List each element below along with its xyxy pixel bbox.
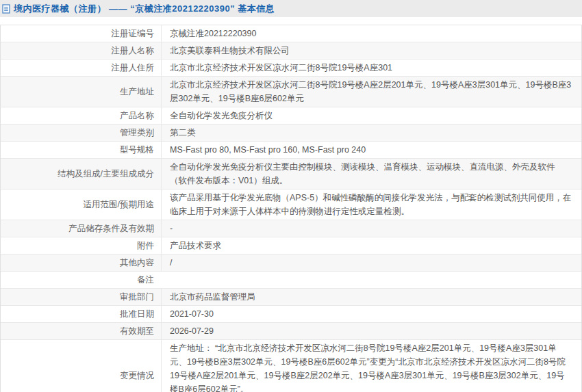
row-label: 其他内容 <box>1 254 161 271</box>
spacer <box>0 17 582 25</box>
row-label: 备注 <box>1 272 161 288</box>
row-value: 全自动化学发光免疫分析仪主要由控制模块、测读模块、温育模块、运动模块、直流电源、… <box>161 159 581 189</box>
table-row-approval-department: 审批部门 北京市药品监督管理局 <box>1 288 581 305</box>
row-value: 北京美联泰科生物技术有限公司 <box>161 42 581 59</box>
table-row-registration-number: 注册证编号 京械注准20212220390 <box>1 25 581 42</box>
table-row-production-address: 生产地址 北京市北京经济技术开发区凉水河二街8号院19号楼A座2层201单元、1… <box>1 76 581 107</box>
table-row-attachment: 附件 产品技术要求 <box>1 237 581 254</box>
row-value: 全自动化学发光免疫分析仪 <box>161 107 581 124</box>
row-label: 注册人名称 <box>1 42 161 59</box>
table-row-remarks: 备注 <box>1 271 581 288</box>
row-value: 该产品采用基于化学发光底物（APS-5）和碱性磷酸酶的间接化学发光法，与配套的检… <box>161 190 581 220</box>
table-row-model-spec: 型号规格 MS-Fast pro 80, MS-Fast pro 160, MS… <box>1 141 581 158</box>
row-value: 产品技术要求 <box>161 237 581 254</box>
row-value: - <box>161 220 581 237</box>
row-label: 注册人住所 <box>1 60 161 76</box>
row-value: / <box>161 254 581 271</box>
row-value: MS-Fast pro 80, MS-Fast pro 160, MS-Fast… <box>161 142 581 158</box>
table-row-management-class: 管理类别 第二类 <box>1 124 581 141</box>
table-row-intended-use: 适用范围/预期用途 该产品采用基于化学发光底物（APS-5）和碱性磷酸酶的间接化… <box>1 189 581 220</box>
row-label: 注册证编号 <box>1 25 161 42</box>
page-title-bar: 境内医疗器械（注册） —— “京械注准20212220390” 基本信息 <box>0 0 582 17</box>
row-label: 变更情况 <box>1 340 161 392</box>
row-label: 产品储存条件及有效期 <box>1 220 161 237</box>
row-value: 第二类 <box>161 125 581 141</box>
row-label: 附件 <box>1 237 161 254</box>
row-label: 管理类别 <box>1 125 161 141</box>
row-label: 生产地址 <box>1 77 161 107</box>
row-value: 生产地址： “北京市北京经济技术开发区凉水河二街8号院19号楼A座2层201单元… <box>161 340 581 392</box>
table-row-change-status: 变更情况 生产地址： “北京市北京经济技术开发区凉水河二街8号院19号楼A座2层… <box>1 339 581 392</box>
row-value: 北京市北京经济技术开发区凉水河二街8号院19号楼A座301 <box>161 60 581 76</box>
row-label: 产品名称 <box>1 107 161 124</box>
row-value: 2026-07-29 <box>161 323 581 339</box>
row-label: 批准日期 <box>1 306 161 322</box>
table-row-storage-validity: 产品储存条件及有效期 - <box>1 220 581 237</box>
document-icon <box>2 4 11 14</box>
row-value: 北京市药品监督管理局 <box>161 289 581 305</box>
table-row-valid-until: 有效期至 2026-07-29 <box>1 322 581 339</box>
row-value <box>161 272 581 288</box>
row-value: 京械注准20212220390 <box>161 25 581 42</box>
table-row-registrant-name: 注册人名称 北京美联泰科生物技术有限公司 <box>1 42 581 59</box>
table-row-registrant-address: 注册人住所 北京市北京经济技术开发区凉水河二街8号院19号楼A座301 <box>1 59 581 76</box>
row-value: 北京市北京经济技术开发区凉水河二街8号院19号楼A座2层201单元、19号楼A座… <box>161 77 581 107</box>
basic-info-table: 注册证编号 京械注准20212220390 注册人名称 北京美联泰科生物技术有限… <box>0 25 582 392</box>
page-title: 境内医疗器械（注册） —— “京械注准20212220390” 基本信息 <box>14 3 275 15</box>
table-row-approval-date: 批准日期 2021-07-30 <box>1 305 581 322</box>
row-label: 有效期至 <box>1 323 161 339</box>
row-label: 型号规格 <box>1 142 161 158</box>
table-row-structure-composition: 结构及组成/主要组成成分 全自动化学发光免疫分析仪主要由控制模块、测读模块、温育… <box>1 158 581 189</box>
table-row-other-content: 其他内容 / <box>1 254 581 271</box>
table-row-product-name: 产品名称 全自动化学发光免疫分析仪 <box>1 107 581 124</box>
row-label: 审批部门 <box>1 289 161 305</box>
row-label: 结构及组成/主要组成成分 <box>1 159 161 189</box>
row-label: 适用范围/预期用途 <box>1 190 161 220</box>
row-value: 2021-07-30 <box>161 306 581 322</box>
